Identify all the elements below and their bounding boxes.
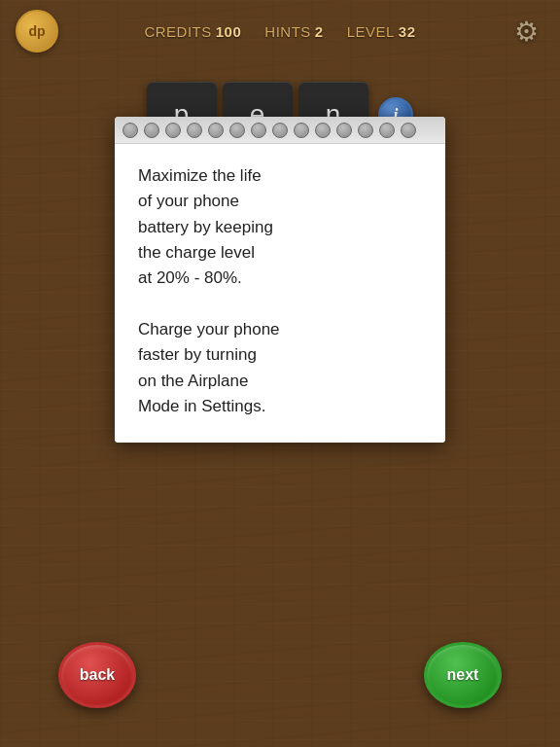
spiral-coil xyxy=(358,123,373,138)
spiral-coil xyxy=(336,123,352,138)
dp-logo[interactable]: dp xyxy=(16,10,58,53)
notepad-content: Maximize the life of your phone battery … xyxy=(115,144,445,443)
spiral-coil xyxy=(379,123,395,138)
settings-button[interactable]: ⚙ xyxy=(508,13,544,50)
back-button[interactable]: back xyxy=(58,642,136,708)
hints-label: HINTS xyxy=(264,23,311,40)
credits-stat: CREDITS 100 xyxy=(144,23,241,40)
notepad-spiral xyxy=(115,117,445,144)
credits-label: CREDITS xyxy=(144,23,211,40)
level-stat: LEVEL 32 xyxy=(347,23,416,40)
notepad: Maximize the life of your phone battery … xyxy=(115,117,445,443)
notepad-overlay: Maximize the life of your phone battery … xyxy=(115,117,445,443)
next-button[interactable]: next xyxy=(424,642,502,708)
level-label: LEVEL xyxy=(347,23,395,40)
spiral-coil xyxy=(272,123,288,138)
gear-icon: ⚙ xyxy=(514,16,539,48)
spiral-coil xyxy=(229,123,245,138)
spiral-coil xyxy=(144,123,159,138)
spiral-coil xyxy=(315,123,331,138)
hints-value: 2 xyxy=(315,23,324,40)
top-bar: dp CREDITS 100 HINTS 2 LEVEL 32 ⚙ xyxy=(0,0,560,62)
back-label: back xyxy=(80,666,115,684)
spiral-coil xyxy=(208,123,224,138)
next-label: next xyxy=(447,666,479,684)
spiral-coil xyxy=(401,123,416,138)
credits-value: 100 xyxy=(216,23,242,40)
hints-stat: HINTS 2 xyxy=(264,23,323,40)
spiral-coil xyxy=(251,123,266,138)
logo-text: dp xyxy=(28,23,45,39)
bottom-buttons: back next xyxy=(0,642,560,708)
spiral-coil xyxy=(122,123,138,138)
spiral-coil xyxy=(294,123,309,138)
spiral-coil xyxy=(165,123,181,138)
spiral-coil xyxy=(187,123,202,138)
level-value: 32 xyxy=(399,23,416,40)
tip-text: Maximize the life of your phone battery … xyxy=(138,163,422,419)
